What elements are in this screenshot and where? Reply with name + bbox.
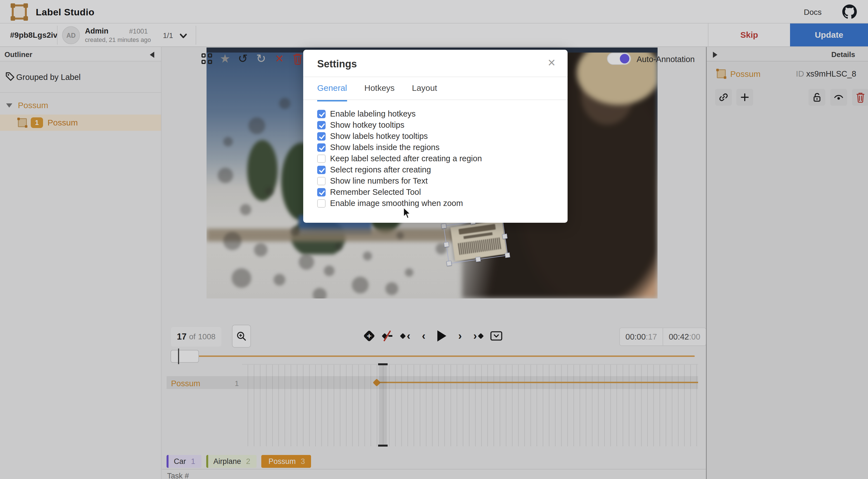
setting-row[interactable]: Show line numbers for Text — [317, 175, 482, 186]
tab-layout[interactable]: Layout — [412, 83, 437, 101]
setting-row[interactable]: Show labels inside the regions — [317, 142, 482, 153]
setting-label: Enable image smoothing when zoom — [330, 199, 463, 208]
setting-label: Select regions after creating — [330, 165, 431, 174]
setting-row[interactable]: Show labels hotkey tooltips — [317, 131, 482, 142]
checkbox-icon[interactable] — [317, 110, 326, 118]
setting-row[interactable]: Keep label selected after creating a reg… — [317, 153, 482, 164]
setting-row[interactable]: Show hotkey tooltips — [317, 120, 482, 130]
setting-row[interactable]: Remember Selected Tool — [317, 187, 482, 198]
checkbox-icon[interactable] — [317, 188, 326, 196]
checkbox-icon[interactable] — [317, 177, 326, 185]
settings-modal: Settings ✕ GeneralHotkeysLayout Enable l… — [303, 50, 567, 223]
setting-label: Enable labeling hotkeys — [330, 109, 415, 119]
setting-row[interactable]: Enable image smoothing when zoom — [317, 198, 482, 209]
setting-label: Show labels inside the regions — [330, 143, 440, 152]
tab-general[interactable]: General — [317, 83, 347, 101]
checkbox-icon[interactable] — [317, 199, 326, 207]
tab-hotkeys[interactable]: Hotkeys — [364, 83, 395, 101]
setting-row[interactable]: Select regions after creating — [317, 164, 482, 175]
close-icon[interactable]: ✕ — [548, 57, 556, 69]
setting-label: Show hotkey tooltips — [330, 121, 404, 130]
checkbox-icon[interactable] — [317, 143, 326, 152]
settings-tabs: GeneralHotkeysLayout — [317, 83, 437, 101]
setting-row[interactable]: Enable labeling hotkeys — [317, 108, 482, 119]
label-studio-app: Label Studio Docs #9pb8Lgs2iv AD Admin #… — [0, 0, 868, 479]
mouse-cursor — [402, 207, 412, 219]
checkbox-icon[interactable] — [317, 155, 326, 163]
checkbox-icon[interactable] — [317, 166, 326, 174]
checkbox-icon[interactable] — [317, 121, 326, 129]
setting-label: Keep label selected after creating a reg… — [330, 154, 482, 163]
settings-checkbox-list: Enable labeling hotkeysShow hotkey toolt… — [317, 108, 482, 209]
setting-label: Remember Selected Tool — [330, 188, 421, 197]
checkbox-icon[interactable] — [317, 132, 326, 140]
modal-title: Settings — [317, 58, 357, 70]
setting-label: Show labels hotkey tooltips — [330, 132, 428, 141]
setting-label: Show line numbers for Text — [330, 177, 428, 186]
